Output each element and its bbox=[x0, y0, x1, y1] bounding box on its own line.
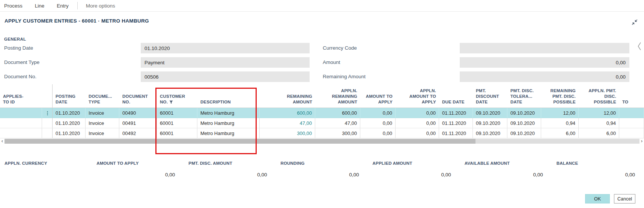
cell-appln_remaining_amount[interactable]: 300,00 bbox=[315, 128, 360, 138]
table-row[interactable]: 01.10.2020Invoice0049160001Metro Hamburg… bbox=[0, 118, 644, 128]
amount-field[interactable]: 0,00 bbox=[460, 57, 629, 68]
cell-customer_no[interactable]: 60001 bbox=[157, 118, 197, 128]
cell-to_truncated[interactable] bbox=[619, 118, 644, 128]
cell-customer_no[interactable]: 60001 bbox=[157, 128, 197, 138]
column-header-posting_date[interactable]: POSTINGDATE bbox=[53, 84, 86, 108]
scroll-right-icon[interactable]: › bbox=[639, 138, 644, 144]
cell-remaining_amount[interactable]: 600,00 bbox=[260, 108, 315, 118]
cell-appln_amount_to_apply[interactable]: 0,00 bbox=[396, 128, 439, 138]
cell-appln_remaining_amount[interactable]: 600,00 bbox=[315, 108, 360, 118]
total-item: AVAILABLE AMOUNT0,00 bbox=[460, 161, 552, 178]
dialog-actions: OK Cancel bbox=[585, 194, 635, 203]
cell-pmt_disc_tolerance_date[interactable]: 09.10.2020 bbox=[507, 118, 541, 128]
scrollbar-track[interactable] bbox=[5, 139, 639, 144]
cell-posting_date[interactable]: 01.10.2020 bbox=[53, 108, 86, 118]
cell-posting_date[interactable]: 01.10.2020 bbox=[53, 128, 86, 138]
cell-amount_to_apply[interactable]: 0,00 bbox=[360, 118, 396, 128]
cell-due_date[interactable]: 01.11.2020 bbox=[439, 128, 473, 138]
cell-document_no[interactable]: 00490 bbox=[119, 108, 157, 118]
cell-due_date[interactable]: 01.11.2020 bbox=[439, 118, 473, 128]
cell-appln_pmt_disc_possible[interactable]: 6,00 bbox=[579, 128, 619, 138]
cell-document_no[interactable]: 00492 bbox=[119, 128, 157, 138]
scroll-left-icon[interactable]: ‹ bbox=[0, 138, 5, 144]
column-header-appln_remaining_amount[interactable]: APPLN.REMAININGAMOUNT bbox=[315, 84, 360, 108]
cell-applies_to_id[interactable] bbox=[0, 108, 42, 118]
column-header-applies_to_id[interactable]: APPLIES-TO ID bbox=[0, 84, 42, 108]
currency-code-field[interactable] bbox=[460, 43, 629, 53]
column-header-remaining_amount[interactable]: REMAININGAMOUNT bbox=[260, 84, 315, 108]
menu-divider bbox=[77, 2, 78, 9]
column-header-to_truncated[interactable]: TO bbox=[619, 84, 644, 108]
cell-pmt_disc_tolerance_date[interactable]: 09.10.2020 bbox=[507, 128, 541, 138]
cell-document_type[interactable]: Invoice bbox=[86, 108, 119, 118]
cell-customer_no[interactable]: 60001 bbox=[157, 108, 197, 118]
posting-date-field[interactable]: 01.10.2020 bbox=[141, 43, 310, 53]
column-header-document_no[interactable]: DOCUMENTNO. bbox=[119, 84, 157, 108]
cell-remaining_pmt_disc_possible[interactable]: 12,00 bbox=[541, 108, 579, 118]
cell-document_type[interactable]: Invoice bbox=[86, 128, 119, 138]
column-header-remaining_pmt_disc_possible[interactable]: REMAININGPMT. DISC.POSSIBLE bbox=[541, 84, 579, 108]
table-row[interactable]: 01.10.2020Invoice0049260001Metro Hamburg… bbox=[0, 128, 644, 138]
column-header-pmt_disc_tolerance_date[interactable]: PMT. DISC.TOLERA...DATE bbox=[507, 84, 541, 108]
ok-button[interactable]: OK bbox=[585, 194, 610, 203]
cell-selector[interactable] bbox=[42, 128, 53, 138]
cell-remaining_pmt_disc_possible[interactable]: 6,00 bbox=[541, 128, 579, 138]
row-menu-icon[interactable]: ⋮ bbox=[45, 110, 49, 116]
cell-remaining_pmt_disc_possible[interactable]: 0,94 bbox=[541, 118, 579, 128]
table-row[interactable]: ⋮01.10.2020Invoice0049060001Metro Hambur… bbox=[0, 108, 644, 118]
cell-appln_pmt_disc_possible[interactable]: 12,00 bbox=[579, 108, 619, 118]
cell-appln_remaining_amount[interactable]: 47,00 bbox=[315, 118, 360, 128]
cell-applies_to_id[interactable] bbox=[0, 128, 42, 138]
cell-amount_to_apply[interactable]: 0,00 bbox=[360, 128, 396, 138]
cell-description[interactable]: Metro Hamburg bbox=[197, 108, 260, 118]
filter-funnel-icon[interactable] bbox=[169, 100, 173, 104]
cell-to_truncated[interactable] bbox=[619, 108, 644, 118]
total-label: ROUNDING bbox=[280, 161, 359, 165]
cell-selector[interactable]: ⋮ bbox=[42, 108, 53, 118]
document-no-field[interactable]: 00506 bbox=[141, 71, 310, 82]
cell-to_truncated[interactable] bbox=[619, 128, 644, 138]
column-header-selector[interactable] bbox=[42, 84, 53, 108]
document-type-field[interactable]: Payment bbox=[141, 57, 310, 68]
cancel-button[interactable]: Cancel bbox=[614, 194, 635, 203]
cell-due_date[interactable]: 01.11.2020 bbox=[439, 108, 473, 118]
column-header-due_date[interactable]: DUE DATE bbox=[439, 84, 473, 108]
cell-document_type[interactable]: Invoice bbox=[86, 118, 119, 128]
general-section-heading: GENERAL bbox=[4, 37, 26, 41]
menu-process[interactable]: Process bbox=[4, 3, 23, 9]
cell-pmt_disc_tolerance_date[interactable]: 09.10.2020 bbox=[507, 108, 541, 118]
cell-description[interactable]: Metro Hamburg bbox=[197, 128, 260, 138]
column-header-customer_no[interactable]: CUSTOMERNO. bbox=[157, 84, 197, 108]
column-header-appln_pmt_disc_possible[interactable]: APPLN. PMT.DISC.POSSIBLE bbox=[579, 84, 619, 108]
scrollbar-thumb[interactable] bbox=[5, 139, 475, 144]
cell-pmt_discount_date[interactable]: 09.10.2020 bbox=[473, 128, 507, 138]
cell-appln_pmt_disc_possible[interactable]: 0,94 bbox=[579, 118, 619, 128]
column-header-description[interactable]: DESCRIPTION bbox=[197, 84, 260, 108]
collapse-icon[interactable] bbox=[631, 19, 638, 26]
menu-entry[interactable]: Entry bbox=[57, 3, 69, 9]
column-header-pmt_discount_date[interactable]: PMT.DISCOUNTDATE bbox=[473, 84, 507, 108]
cell-pmt_discount_date[interactable]: 09.10.2020 bbox=[473, 108, 507, 118]
remaining-amount-field[interactable]: 0,00 bbox=[460, 71, 629, 82]
table-body: ⋮01.10.2020Invoice0049060001Metro Hambur… bbox=[0, 108, 644, 138]
cell-pmt_discount_date[interactable]: 09.10.2020 bbox=[473, 118, 507, 128]
cell-remaining_amount[interactable]: 300,00 bbox=[260, 128, 315, 138]
column-header-document_type[interactable]: DOCUME...TYPE bbox=[86, 84, 119, 108]
total-item: APPLN. CURRENCY bbox=[0, 161, 92, 178]
cell-appln_amount_to_apply[interactable]: 0,00 bbox=[396, 108, 439, 118]
menu-line[interactable]: Line bbox=[35, 3, 45, 9]
document-no-label: Document No. bbox=[4, 74, 36, 79]
total-item: BALANCE0,00 bbox=[552, 161, 644, 178]
cell-description[interactable]: Metro Hamburg bbox=[197, 118, 260, 128]
cell-amount_to_apply[interactable]: 0,00 bbox=[360, 108, 396, 118]
cell-posting_date[interactable]: 01.10.2020 bbox=[53, 118, 86, 128]
column-header-appln_amount_to_apply[interactable]: APPLN.AMOUNT TOAPPLY bbox=[396, 84, 439, 108]
cell-selector[interactable] bbox=[42, 118, 53, 128]
cell-document_no[interactable]: 00491 bbox=[119, 118, 157, 128]
cell-appln_amount_to_apply[interactable]: 0,00 bbox=[396, 118, 439, 128]
cell-applies_to_id[interactable] bbox=[0, 118, 42, 128]
menu-more-options[interactable]: More options bbox=[86, 3, 115, 9]
factbox-chevron-left-icon[interactable] bbox=[637, 41, 641, 53]
column-header-amount_to_apply[interactable]: AMOUNT TOAPPLY bbox=[360, 84, 396, 108]
cell-remaining_amount[interactable]: 47,00 bbox=[260, 118, 315, 128]
